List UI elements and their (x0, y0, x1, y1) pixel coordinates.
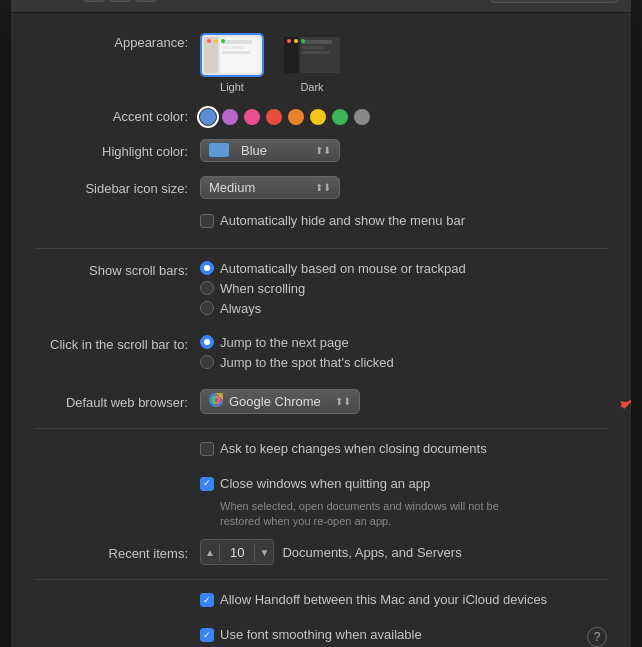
click-spot-radio[interactable]: Jump to the spot that's clicked (200, 355, 607, 370)
accent-dot-blue[interactable] (200, 109, 216, 125)
appearance-row: Appearance: (35, 33, 607, 93)
auto-hide-menu-checkbox[interactable]: Automatically hide and show the menu bar (200, 213, 607, 228)
back-button[interactable]: ‹ (83, 0, 105, 2)
show-scroll-bars-row: Show scroll bars: Automatically based on… (35, 261, 607, 321)
click-spot-label: Jump to the spot that's clicked (220, 355, 394, 370)
red-arrow-annotation (612, 381, 631, 416)
sidebar-icon-size-dropdown[interactable]: Medium ⬆⬇ (200, 176, 340, 199)
allow-handoff-controls: ✓ Allow Handoff between this Mac and you… (200, 592, 607, 613)
allow-handoff-checkbox[interactable]: ✓ Allow Handoff between this Mac and you… (200, 592, 607, 607)
close-windows-controls: ✓ Close windows when quitting an app Whe… (200, 476, 607, 530)
ask-keep-changes-spacer (35, 450, 200, 452)
grid-button[interactable] (135, 0, 157, 2)
chrome-icon (209, 393, 223, 410)
svg-rect-21 (302, 40, 332, 44)
highlight-color-label: Highlight color: (35, 142, 200, 159)
svg-point-24 (287, 39, 291, 43)
recent-items-label: Recent items: (35, 544, 200, 561)
scroll-scrolling-label: When scrolling (220, 281, 305, 296)
accent-dot-orange[interactable] (288, 109, 304, 125)
click-scroll-bar-label: Click in the scroll bar to: (35, 335, 200, 352)
recent-items-controls: ▲ 10 ▼ Documents, Apps, and Servers (200, 539, 607, 565)
allow-handoff-row: ✓ Allow Handoff between this Mac and you… (35, 592, 607, 613)
scroll-always-radio[interactable]: Always (200, 301, 607, 316)
light-preview (200, 33, 264, 77)
accent-dot-gray[interactable] (354, 109, 370, 125)
separator-1 (35, 248, 607, 249)
accent-dot-yellow[interactable] (310, 109, 326, 125)
close-windows-spacer (35, 476, 200, 478)
scroll-auto-radio[interactable]: Automatically based on mouse or trackpad (200, 261, 607, 276)
font-smoothing-check: ✓ (203, 631, 211, 640)
dark-preview (280, 33, 344, 77)
click-next-page-label: Jump to the next page (220, 335, 349, 350)
highlight-color-preview (209, 143, 229, 157)
highlight-color-arrow: ⬆⬇ (315, 145, 331, 156)
accent-dot-green[interactable] (332, 109, 348, 125)
svg-point-15 (207, 39, 211, 43)
auto-hide-menu-spacer (35, 222, 200, 224)
click-next-page-radio[interactable]: Jump to the next page (200, 335, 607, 350)
default-web-browser-row: Default web browser: (35, 389, 607, 414)
default-web-browser-label: Default web browser: (35, 393, 200, 410)
appearance-label: Appearance: (35, 33, 200, 50)
auto-hide-menu-row: Automatically hide and show the menu bar (35, 213, 607, 234)
allow-handoff-box: ✓ (200, 593, 214, 607)
allow-handoff-spacer (35, 602, 200, 604)
stepper-value: 10 (219, 543, 255, 562)
accent-dot-red[interactable] (266, 109, 282, 125)
svg-point-16 (214, 39, 218, 43)
accent-dot-purple[interactable] (222, 109, 238, 125)
allow-handoff-text: Allow Handoff between this Mac and your … (220, 592, 547, 607)
accent-color-row: Accent color: (35, 107, 607, 125)
svg-rect-13 (222, 46, 244, 49)
svg-point-25 (294, 39, 298, 43)
help-button[interactable]: ? (587, 627, 607, 647)
highlight-color-value: Blue (241, 143, 267, 158)
auto-hide-menu-box (200, 214, 214, 228)
recent-items-stepper: ▲ 10 ▼ (200, 539, 274, 565)
auto-hide-menu-controls: Automatically hide and show the menu bar (200, 213, 607, 234)
highlight-color-row: Highlight color: Blue ⬆⬇ (35, 139, 607, 162)
ask-keep-changes-controls: Ask to keep changes when closing documen… (200, 441, 607, 462)
sidebar-icon-size-arrow: ⬆⬇ (315, 182, 331, 193)
sidebar-icon-size-controls: Medium ⬆⬇ (200, 176, 607, 199)
scroll-scrolling-radio[interactable]: When scrolling (200, 281, 607, 296)
svg-rect-23 (302, 51, 330, 54)
svg-rect-22 (302, 46, 324, 49)
scroll-auto-radio-circle (200, 261, 214, 275)
close-windows-checkbox[interactable]: ✓ Close windows when quitting an app (200, 476, 607, 491)
highlight-color-dropdown[interactable]: Blue ⬆⬇ (200, 139, 340, 162)
sidebar-icon-size-value: Medium (209, 180, 255, 195)
ask-keep-changes-checkbox[interactable]: Ask to keep changes when closing documen… (200, 441, 607, 456)
sidebar-icon-size-row: Sidebar icon size: Medium ⬆⬇ (35, 176, 607, 199)
svg-rect-14 (222, 51, 250, 54)
general-preferences-window: ‹ › General 🔍 Appearance: (11, 0, 631, 647)
default-web-browser-dropdown[interactable]: Google Chrome ⬆⬇ (200, 389, 360, 414)
scroll-scrolling-radio-circle (200, 281, 214, 295)
appearance-light-option[interactable]: Light (200, 33, 264, 93)
default-web-browser-controls: Google Chrome ⬆⬇ (200, 389, 607, 414)
content-area: Appearance: (11, 13, 631, 647)
click-scroll-bar-row: Click in the scroll bar to: Jump to the … (35, 335, 607, 375)
stepper-up[interactable]: ▲ (201, 540, 219, 564)
scroll-always-label: Always (220, 301, 261, 316)
click-next-page-circle (200, 335, 214, 349)
font-smoothing-checkbox[interactable]: ✓ Use font smoothing when available (200, 627, 587, 642)
scroll-auto-label: Automatically based on mouse or trackpad (220, 261, 466, 276)
scroll-always-radio-circle (200, 301, 214, 315)
appearance-dark-option[interactable]: Dark (280, 33, 344, 93)
allow-handoff-check: ✓ (203, 596, 211, 605)
forward-button[interactable]: › (109, 0, 131, 2)
search-bar[interactable]: 🔍 (489, 0, 619, 3)
accent-dot-pink[interactable] (244, 109, 260, 125)
accent-color-label: Accent color: (35, 107, 200, 124)
window-title: General (297, 0, 345, 1)
highlight-color-controls: Blue ⬆⬇ (200, 139, 607, 162)
close-windows-note: When selected, open documents and window… (220, 499, 540, 530)
close-windows-box: ✓ (200, 477, 214, 491)
light-label: Light (220, 81, 244, 93)
stepper-down[interactable]: ▼ (255, 540, 273, 564)
click-spot-circle (200, 355, 214, 369)
accent-color-controls (200, 107, 607, 125)
